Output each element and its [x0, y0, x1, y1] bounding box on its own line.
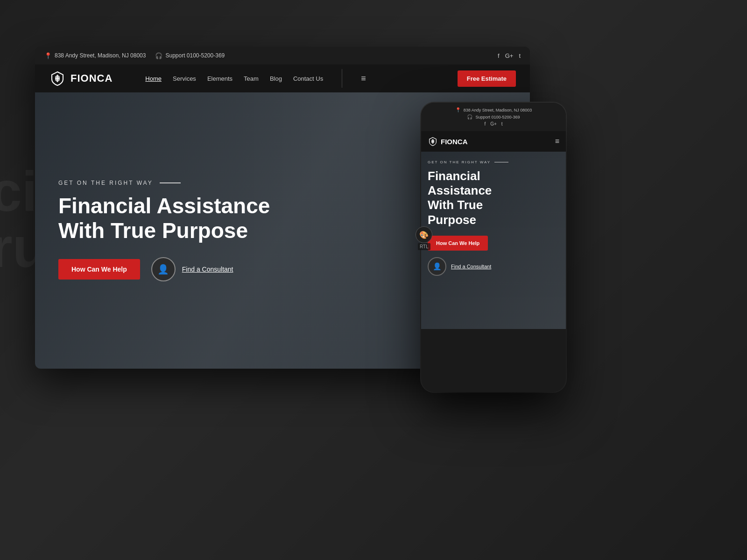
mobile-mockup: 📍 838 Andy Street, Madison, NJ 08003 🎧 S… [421, 103, 566, 392]
desktop-navbar: FIONCA Home Services Elements Team Blog … [35, 64, 530, 92]
mobile-hero-content: GET ON THE RIGHT WAY Financial Assistanc… [428, 160, 559, 276]
nav-contact[interactable]: Contact Us [293, 75, 323, 82]
headphone-icon: 🎧 [155, 52, 162, 59]
mobile-title-line3: With True [428, 198, 483, 212]
desktop-topbar: 📍 838 Andy Street, Madison, NJ 08003 🎧 S… [35, 47, 530, 64]
mobile-find-consultant[interactable]: 👤 Find a Consultant [428, 257, 559, 276]
nav-team[interactable]: Team [244, 75, 259, 82]
person-icon: 👤 [157, 264, 169, 275]
googleplus-icon[interactable]: G+ [505, 52, 514, 59]
find-consultant-link[interactable]: 👤 Find a Consultant [151, 257, 233, 281]
mobile-how-can-we-help-button[interactable]: How Can We Help [428, 236, 488, 251]
hero-title-line1: Financial Assistance [58, 194, 270, 218]
desktop-support: Support 0100-5200-369 [165, 52, 225, 59]
mobile-hero-eyebrow: GET ON THE RIGHT WAY [428, 160, 559, 164]
mobile-address: 838 Andy Street, Madison, NJ 08003 [464, 108, 532, 112]
hero-title: Financial Assistance With True Purpose [58, 194, 292, 243]
mobile-consultant-avatar: 👤 [428, 257, 446, 276]
logo-icon [49, 70, 66, 87]
hero-eyebrow: GET ON THE RIGHT WAY [58, 180, 292, 186]
mobile-logo-text: FIONCA [441, 138, 468, 146]
consultant-avatar: 👤 [151, 257, 176, 281]
mobile-logo: FIONCA [428, 136, 468, 147]
mobile-hamburger-icon[interactable]: ≡ [555, 137, 559, 146]
mobile-phone-icon: 🎧 [467, 114, 472, 119]
nav-elements[interactable]: Elements [207, 75, 233, 82]
facebook-icon[interactable]: f [498, 52, 500, 59]
mobile-social: f G+ t [428, 121, 559, 126]
hero-title-line2: With True Purpose [58, 218, 248, 243]
mobile-hero: GET ON THE RIGHT WAY Financial Assistanc… [421, 152, 566, 329]
hero-actions: How Can We Help 👤 Find a Consultant [58, 257, 292, 281]
find-consultant-text[interactable]: Find a Consultant [182, 266, 233, 273]
mobile-support-row: 🎧 Support 0100-5200-369 [428, 114, 559, 119]
desktop-logo-text: FIONCA [70, 72, 113, 84]
mobile-logo-icon [428, 136, 438, 147]
mobile-topbar: 📍 838 Andy Street, Madison, NJ 08003 🎧 S… [421, 103, 566, 131]
nav-blog[interactable]: Blog [270, 75, 282, 82]
mobile-title-line2: Assistance [428, 183, 492, 197]
desktop-support-info: 🎧 Support 0100-5200-369 [155, 52, 225, 59]
mobile-twitter-icon[interactable]: t [501, 121, 503, 126]
mobile-address-row: 📍 838 Andy Street, Madison, NJ 08003 [428, 107, 559, 112]
mobile-support: Support 0100-5200-369 [475, 115, 520, 119]
mobile-pin-icon: 📍 [455, 107, 461, 112]
nav-home[interactable]: Home [145, 75, 162, 82]
rtl-label: RTL [418, 243, 430, 250]
nav-services[interactable]: Services [173, 75, 196, 82]
pin-icon: 📍 [44, 52, 52, 59]
mobile-person-icon: 👤 [433, 262, 442, 271]
twitter-icon[interactable]: t [519, 52, 521, 59]
paint-icon: 🎨 [416, 226, 432, 243]
desktop-address-info: 📍 838 Andy Street, Madison, NJ 08003 [44, 52, 146, 59]
how-can-we-help-button[interactable]: How Can We Help [58, 259, 140, 280]
hamburger-icon[interactable]: ≡ [361, 74, 366, 84]
mobile-title-line1: Financial [428, 169, 480, 183]
desktop-logo: FIONCA [49, 70, 113, 87]
desktop-nav-links: Home Services Elements Team Blog Contact… [145, 75, 323, 82]
free-estimate-button[interactable]: Free Estimate [458, 70, 516, 87]
hero-content: GET ON THE RIGHT WAY Financial Assistanc… [58, 180, 292, 281]
mobile-hero-title: Financial Assistance With True Purpose [428, 169, 559, 227]
mobile-googleplus-icon[interactable]: G+ [490, 121, 497, 126]
mobile-facebook-icon[interactable]: f [484, 121, 486, 126]
mobile-title-line4: Purpose [428, 213, 476, 227]
desktop-address: 838 Andy Street, Madison, NJ 08003 [55, 52, 146, 59]
nav-divider [342, 69, 342, 88]
desktop-social: f G+ t [498, 52, 521, 59]
mobile-navbar: FIONCA ≡ [421, 131, 566, 152]
mobile-find-consultant-text[interactable]: Find a Consultant [451, 264, 491, 269]
